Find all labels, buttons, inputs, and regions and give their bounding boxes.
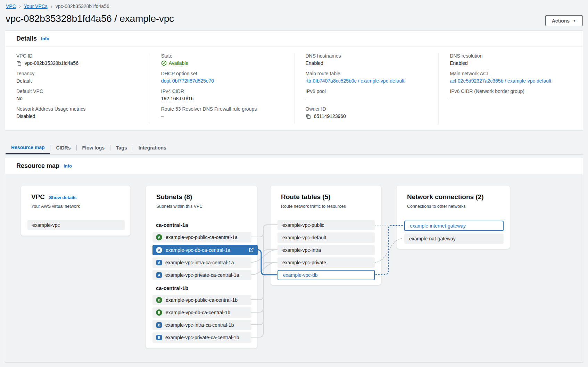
breadcrumb: VPC › Your VPCs › vpc-082b35328b1fd4a56	[6, 3, 109, 9]
az-b-badge: B	[156, 335, 162, 340]
route-tables-card-subtitle: Route network traffic to resources	[271, 201, 381, 209]
details-panel: Details Info VPC ID vpc-082b35328b1fd4a5…	[5, 31, 583, 130]
network-connection-row-internet-gateway[interactable]: example-internet-gateway	[404, 221, 504, 231]
subnet-label: example-vpc-private-ca-central-1a	[165, 272, 239, 278]
field-dns-resolution: DNS resolution Enabled	[450, 53, 572, 66]
network-connections-card: Network connections (2) Connections to o…	[396, 185, 510, 249]
vpc-show-details-link[interactable]: Show details	[49, 195, 76, 200]
subnet-row-db-1a-selected[interactable]: A example-vpc-db-ca-central-1a	[152, 245, 258, 255]
vpc-card-title: VPC	[31, 193, 45, 201]
subnet-row-public-1b[interactable]: B example-vpc-public-ca-central-1b	[152, 295, 251, 305]
route-tables-card: Route tables (5) Route network traffic t…	[270, 185, 381, 285]
az-a-badge: A	[156, 272, 162, 278]
field-r53-firewall-groups: Route 53 Resolver DNS Firewall rule grou…	[161, 106, 284, 119]
field-dns-hostnames: DNS hostnames Enabled	[306, 53, 428, 66]
tab-bar: Resource map CIDRs Flow logs Tags Integr…	[5, 141, 583, 155]
az-a-badge: A	[156, 234, 162, 240]
breadcrumb-current: vpc-082b35328b1fd4a56	[56, 3, 109, 9]
details-column-4: DNS resolution Enabled Main network ACL …	[438, 53, 583, 124]
route-table-row-db-highlighted[interactable]: example-vpc-db	[278, 270, 375, 280]
field-main-route-table: Main route table rtb-0fb7407a8cc525b0c /…	[306, 71, 428, 84]
field-ipv6-pool: IPv6 pool –	[306, 88, 428, 101]
az-b-badge: B	[156, 309, 162, 316]
vpc-card: VPC Show details Your AWS virtual networ…	[20, 185, 131, 236]
field-vpc-id: VPC ID vpc-082b35328b1fd4a56	[16, 53, 139, 66]
resource-map-body: VPC Show details Your AWS virtual networ…	[5, 174, 583, 362]
vpc-card-subtitle: Your AWS virtual network	[21, 201, 130, 209]
az-a-badge: A	[156, 247, 162, 253]
resource-map-title: Resource map	[16, 162, 59, 170]
external-link-icon[interactable]	[249, 247, 254, 253]
network-connection-row-nat-gateway[interactable]: example-nat-gateway	[404, 233, 504, 244]
field-state: State Available	[161, 53, 284, 66]
details-column-3: DNS hostnames Enabled Main route table r…	[294, 53, 439, 124]
route-tables-card-title: Route tables (5)	[281, 193, 331, 201]
vpc-item-example-vpc[interactable]: example-vpc	[27, 220, 125, 230]
az-heading-ca-central-1a: ca-central-1a	[156, 222, 188, 228]
subnet-row-private-1b[interactable]: B example-vpc-private-ca-central-1b	[152, 332, 251, 343]
details-panel-header: Details Info	[5, 31, 583, 47]
breadcrumb-separator-icon: ›	[19, 3, 21, 9]
main-network-acl-link[interactable]: acl-02e5d92327a2c365b / example-vpc-defa…	[450, 78, 572, 84]
az-heading-ca-central-1b: ca-central-1b	[156, 285, 188, 291]
field-owner-id: Owner ID 651149123960	[306, 106, 428, 119]
details-info-link[interactable]: Info	[41, 36, 49, 41]
route-table-row-intra[interactable]: example-vpc-intra	[278, 245, 375, 255]
details-column-1: VPC ID vpc-082b35328b1fd4a56 Tenancy Def…	[5, 53, 150, 124]
tab-cidrs[interactable]: CIDRs	[50, 141, 76, 154]
tab-flow-logs[interactable]: Flow logs	[77, 141, 110, 154]
resource-map-info-link[interactable]: Info	[64, 163, 72, 169]
network-connections-card-title: Network connections (2)	[407, 193, 484, 201]
subnet-label: example-vpc-intra-ca-central-1b	[165, 322, 234, 328]
subnet-label: example-vpc-public-ca-central-1b	[166, 297, 238, 303]
az-b-badge: B	[156, 322, 162, 328]
subnet-row-public-1a[interactable]: A example-vpc-public-ca-central-1a	[152, 232, 251, 242]
subnets-card-subtitle: Subnets within this VPC	[146, 201, 257, 209]
details-title: Details	[16, 35, 37, 42]
breadcrumb-your-vpcs-link[interactable]: Your VPCs	[24, 3, 48, 9]
field-tenancy: Tenancy Default	[16, 71, 139, 84]
field-ipv6-cidr-nbg: IPv6 CIDR (Network border group) –	[450, 88, 572, 101]
page-title: vpc-082b35328b1fd4a56 / example-vpc	[6, 13, 174, 24]
breadcrumb-vpc-link[interactable]: VPC	[6, 3, 16, 9]
subnet-label: example-vpc-private-ca-central-1b	[165, 335, 239, 340]
copy-icon[interactable]	[16, 61, 22, 66]
tab-tags[interactable]: Tags	[110, 141, 133, 154]
copy-icon[interactable]	[306, 114, 311, 119]
subnets-card: Subnets (8) Subnets within this VPC ca-c…	[146, 185, 257, 349]
actions-button[interactable]: Actions ▼	[545, 15, 583, 26]
vpc-id-value: vpc-082b35328b1fd4a56	[25, 60, 78, 66]
resource-map-panel: Resource map Info	[5, 158, 583, 362]
subnet-label: example-vpc-public-ca-central-1a	[166, 234, 238, 240]
vpc-details-page: VPC › Your VPCs › vpc-082b35328b1fd4a56 …	[0, 0, 588, 367]
dhcp-option-set-link[interactable]: dopt-0bf772ff87d525e70	[161, 78, 284, 84]
az-b-badge: B	[156, 297, 162, 303]
field-ipv4-cidr: IPv4 CIDR 192.168.0.0/16	[161, 88, 284, 101]
tab-integrations[interactable]: Integrations	[133, 141, 172, 154]
check-circle-icon	[161, 60, 167, 66]
details-body: VPC ID vpc-082b35328b1fd4a56 Tenancy Def…	[5, 47, 583, 127]
breadcrumb-separator-icon: ›	[51, 3, 52, 9]
tab-resource-map[interactable]: Resource map	[6, 141, 50, 154]
field-nau-metrics: Network Address Usage metrics Disabled	[16, 106, 139, 119]
field-main-network-acl: Main network ACL acl-02e5d92327a2c365b /…	[450, 71, 572, 84]
subnet-row-private-1a[interactable]: A example-vpc-private-ca-central-1a	[152, 270, 251, 280]
route-table-row-public[interactable]: example-vpc-public	[278, 220, 375, 230]
owner-id-value: 651149123960	[314, 113, 346, 119]
subnet-label: example-vpc-db-ca-central-1b	[166, 310, 230, 315]
details-column-2: State Available DHCP option set dopt-0bf…	[150, 53, 294, 124]
az-a-badge: A	[156, 260, 162, 265]
subnets-card-title: Subnets (8)	[156, 193, 192, 201]
subnet-row-db-1b[interactable]: B example-vpc-db-ca-central-1b	[152, 307, 251, 318]
state-value: Available	[169, 60, 189, 66]
resource-map-header: Resource map Info	[5, 158, 583, 174]
route-table-row-private[interactable]: example-vpc-private	[278, 257, 375, 268]
main-route-table-link[interactable]: rtb-0fb7407a8cc525b0c / example-vpc-defa…	[306, 78, 428, 84]
subnet-label: example-vpc-db-ca-central-1a	[166, 247, 230, 253]
chevron-down-icon: ▼	[573, 19, 576, 23]
field-dhcp-option-set: DHCP option set dopt-0bf772ff87d525e70	[161, 71, 284, 84]
route-table-row-default[interactable]: example-vpc-default	[278, 232, 375, 243]
subnet-row-intra-1b[interactable]: B example-vpc-intra-ca-central-1b	[152, 320, 251, 330]
subnet-row-intra-1a[interactable]: A example-vpc-intra-ca-central-1a	[152, 257, 251, 268]
field-default-vpc: Default VPC No	[16, 88, 139, 101]
